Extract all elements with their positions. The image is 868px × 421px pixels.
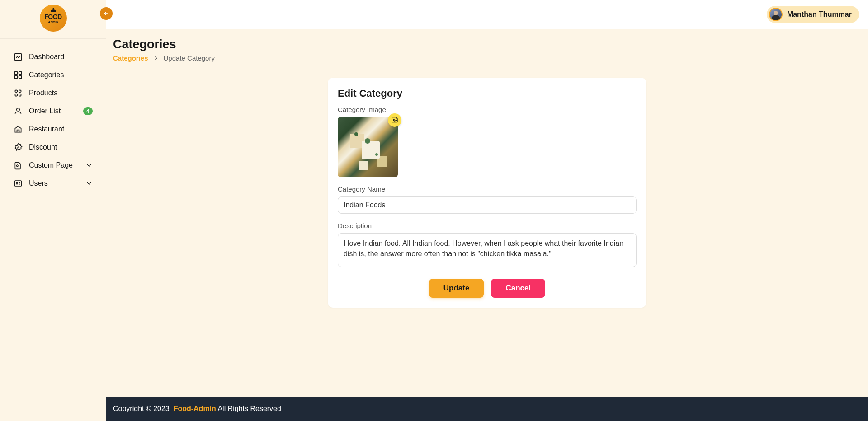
main: Manthan Thummar Categories Categories Up… <box>106 0 868 421</box>
users-icon <box>14 179 23 188</box>
sidebar-item-label: Dashboard <box>29 53 64 61</box>
chevron-down-icon <box>85 180 93 187</box>
sidebar-item-label: Users <box>29 179 48 187</box>
svg-rect-3 <box>19 72 22 75</box>
category-image-preview <box>338 117 398 177</box>
change-image-button[interactable] <box>388 113 401 127</box>
svg-point-9 <box>19 94 21 96</box>
custom-page-icon <box>14 161 23 170</box>
update-button[interactable]: Update <box>429 279 484 298</box>
svg-rect-5 <box>19 76 22 79</box>
sidebar-item-label: Order List <box>29 107 61 115</box>
sidebar: FOOD Admin Dashboard Categories Products… <box>0 0 106 421</box>
breadcrumb-current: Update Category <box>164 54 215 62</box>
svg-point-0 <box>52 8 54 9</box>
sidebar-item-label: Custom Page <box>29 161 73 169</box>
logo-text-main: FOOD <box>44 13 61 20</box>
image-upload-icon <box>391 117 398 124</box>
svg-point-15 <box>393 119 395 121</box>
sidebar-collapse-button[interactable] <box>100 7 113 20</box>
edit-category-card: Edit Category Category Image Category Na… <box>328 78 646 308</box>
category-image-label: Category Image <box>338 106 637 113</box>
dashboard-icon <box>14 52 23 61</box>
sidebar-item-label: Products <box>29 89 57 97</box>
discount-icon <box>14 143 23 152</box>
svg-point-6 <box>15 90 17 92</box>
svg-point-8 <box>15 94 17 96</box>
content: Categories Categories Update Category Ed… <box>106 29 868 397</box>
sidebar-item-orders[interactable]: Order List 4 <box>0 102 106 120</box>
logo-text-sub: Admin <box>48 20 58 23</box>
sidebar-item-products[interactable]: Products <box>0 84 106 102</box>
page-title: Categories <box>113 37 861 51</box>
products-icon <box>14 89 23 98</box>
sidebar-item-users[interactable]: Users <box>0 174 106 192</box>
category-image <box>338 117 398 177</box>
sidebar-item-categories[interactable]: Categories <box>0 66 106 84</box>
button-row: Update Cancel <box>338 279 637 298</box>
card-title: Edit Category <box>338 88 637 99</box>
sidebar-item-dashboard[interactable]: Dashboard <box>0 48 106 66</box>
nav: Dashboard Categories Products Order List… <box>0 39 106 201</box>
category-name-input[interactable] <box>338 196 637 214</box>
sidebar-item-restaurant[interactable]: Restaurant <box>0 120 106 138</box>
logo[interactable]: FOOD Admin <box>0 0 106 39</box>
footer-brand[interactable]: Food-Admin <box>174 405 216 412</box>
svg-point-10 <box>17 108 20 111</box>
svg-point-13 <box>16 182 18 184</box>
footer-copyright: Copyright © 2023 <box>113 405 170 412</box>
svg-rect-2 <box>15 72 18 75</box>
description-label: Description <box>338 222 637 229</box>
svg-rect-4 <box>15 76 18 79</box>
chevron-right-icon <box>153 55 159 61</box>
user-menu[interactable]: Manthan Thummar <box>767 6 859 23</box>
orders-badge: 4 <box>83 107 93 115</box>
topbar: Manthan Thummar <box>106 0 868 29</box>
footer: Copyright © 2023 Food-Admin All Rights R… <box>106 397 868 421</box>
sidebar-item-label: Categories <box>29 71 64 79</box>
sidebar-item-label: Discount <box>29 143 57 151</box>
description-textarea[interactable]: I love Indian food. All Indian food. How… <box>338 233 637 267</box>
footer-rights: All Rights Reserved <box>217 405 281 412</box>
avatar <box>769 8 783 21</box>
username: Manthan Thummar <box>787 10 852 19</box>
svg-point-11 <box>17 165 18 166</box>
cancel-button[interactable]: Cancel <box>491 279 545 298</box>
categories-icon <box>14 70 23 80</box>
sidebar-item-label: Restaurant <box>29 125 64 133</box>
arrow-left-icon <box>103 10 109 17</box>
breadcrumb: Categories Update Category <box>106 54 868 70</box>
restaurant-icon <box>14 125 23 134</box>
breadcrumb-root[interactable]: Categories <box>113 54 148 62</box>
sidebar-item-discount[interactable]: Discount <box>0 138 106 156</box>
sidebar-item-custom-page[interactable]: Custom Page <box>0 156 106 174</box>
category-name-label: Category Name <box>338 185 637 193</box>
svg-point-7 <box>19 90 21 92</box>
orders-icon <box>14 107 23 116</box>
chevron-down-icon <box>85 162 93 169</box>
